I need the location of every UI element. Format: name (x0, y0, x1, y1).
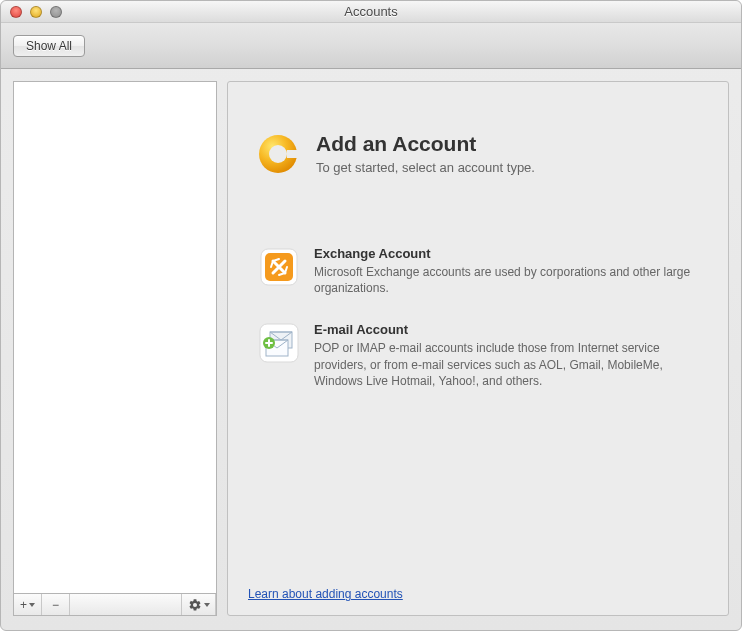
settings-menu-button[interactable] (182, 594, 216, 615)
outlook-icon (256, 132, 300, 176)
email-title: E-mail Account (314, 322, 694, 337)
exchange-account-option[interactable]: Exchange Account Microsoft Exchange acco… (256, 244, 700, 298)
email-account-option[interactable]: E-mail Account POP or IMAP e-mail accoun… (256, 320, 700, 391)
remove-account-button[interactable]: − (42, 594, 70, 615)
content-area: + − (1, 69, 741, 630)
toolbar: Show All (1, 23, 741, 69)
hero-title: Add an Account (316, 132, 535, 156)
account-list[interactable] (13, 81, 217, 594)
accounts-window: Accounts Show All + − (0, 0, 742, 631)
chevron-down-icon (204, 603, 210, 607)
email-icon (258, 322, 300, 364)
sidebar: + − (13, 81, 217, 616)
hero: Add an Account To get started, select an… (256, 132, 700, 176)
plus-icon: + (20, 598, 27, 612)
exchange-text: Exchange Account Microsoft Exchange acco… (314, 246, 694, 296)
email-text: E-mail Account POP or IMAP e-mail accoun… (314, 322, 694, 389)
show-all-label: Show All (26, 39, 72, 53)
svg-point-1 (269, 145, 287, 163)
chevron-down-icon (29, 603, 35, 607)
svg-rect-2 (287, 150, 297, 158)
gear-icon (188, 598, 202, 612)
hero-text: Add an Account To get started, select an… (316, 132, 535, 175)
sidebar-footer: + − (13, 594, 217, 616)
window-title: Accounts (1, 4, 741, 19)
show-all-button[interactable]: Show All (13, 35, 85, 57)
email-description: POP or IMAP e-mail accounts include thos… (314, 340, 694, 389)
learn-about-adding-accounts-link[interactable]: Learn about adding accounts (248, 587, 403, 601)
exchange-icon (258, 246, 300, 288)
add-account-button[interactable]: + (14, 594, 42, 615)
main-panel: Add an Account To get started, select an… (227, 81, 729, 616)
hero-subtitle: To get started, select an account type. (316, 160, 535, 175)
minus-icon: − (52, 598, 59, 612)
titlebar: Accounts (1, 1, 741, 23)
exchange-title: Exchange Account (314, 246, 694, 261)
footer-spacer (70, 594, 182, 615)
exchange-description: Microsoft Exchange accounts are used by … (314, 264, 694, 296)
